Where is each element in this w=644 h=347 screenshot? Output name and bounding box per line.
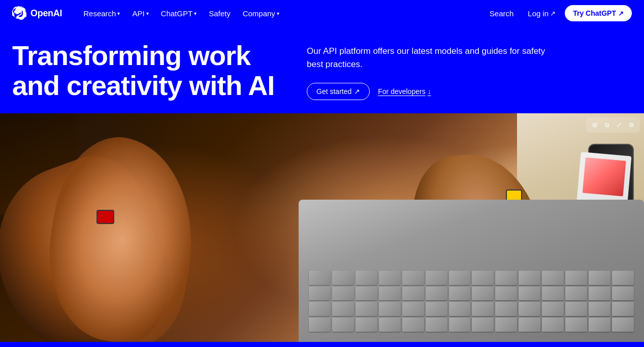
key <box>449 271 471 285</box>
key <box>379 318 401 332</box>
try-chatgpt-button[interactable]: Try ChatGPT ↗ <box>565 5 632 21</box>
key <box>589 287 610 301</box>
key <box>589 302 610 316</box>
search-button[interactable]: Search <box>485 6 519 21</box>
key <box>472 302 494 316</box>
key <box>519 287 540 301</box>
key <box>426 302 447 316</box>
key <box>542 271 564 285</box>
key <box>379 287 401 301</box>
key <box>356 271 377 285</box>
chevron-down-icon: ▾ <box>146 11 149 16</box>
red-watch <box>96 210 114 224</box>
key <box>309 271 331 285</box>
key <box>519 271 540 285</box>
logo[interactable]: OpenAI <box>12 6 62 20</box>
key <box>379 302 401 316</box>
key <box>356 318 377 332</box>
nav-company[interactable]: Company ▾ <box>238 6 284 21</box>
key <box>612 271 634 285</box>
hero-buttons: Get started ↗ For developers ↓ <box>307 83 632 100</box>
hero-title: Transforming work and creativity with AI <box>12 41 286 101</box>
nav-links: Research ▾ API ▾ ChatGPT ▾ Safety Compan… <box>78 6 485 21</box>
key <box>449 287 471 301</box>
arrow-icon: ↗ <box>550 10 556 17</box>
key <box>472 271 494 285</box>
brand-name: OpenAI <box>30 8 62 19</box>
toolbar-copy-button[interactable]: ⧉ <box>601 119 613 131</box>
image-toolbar: ⊞ ⧉ ⤢ ⚙ <box>586 117 640 133</box>
key <box>309 302 331 316</box>
key <box>356 302 377 316</box>
nav-safety[interactable]: Safety <box>204 6 236 21</box>
chevron-down-icon: ▾ <box>277 11 279 16</box>
key <box>402 287 424 301</box>
key <box>426 318 447 332</box>
key <box>402 271 424 285</box>
nav-research[interactable]: Research ▾ <box>78 6 125 21</box>
magazine-image <box>583 157 626 197</box>
key <box>402 318 424 332</box>
key <box>589 318 610 332</box>
key <box>612 302 634 316</box>
toolbar-expand-button[interactable]: ⤢ <box>614 119 625 131</box>
key <box>589 271 610 285</box>
key <box>519 318 540 332</box>
key <box>309 287 331 301</box>
key <box>356 287 377 301</box>
key <box>495 287 517 301</box>
key <box>542 318 564 332</box>
down-arrow-icon: ↓ <box>428 87 431 96</box>
key <box>565 318 587 332</box>
key <box>449 302 471 316</box>
key <box>472 287 494 301</box>
key <box>402 302 424 316</box>
key <box>495 271 517 285</box>
key <box>495 318 517 332</box>
keyboard <box>309 271 634 332</box>
key <box>472 318 494 332</box>
toolbar-settings-button[interactable]: ⚙ <box>626 119 637 131</box>
chevron-down-icon: ▾ <box>117 11 120 16</box>
openai-logo-icon <box>12 6 26 20</box>
chevron-down-icon: ▾ <box>194 11 197 16</box>
key <box>332 302 354 316</box>
key <box>565 302 587 316</box>
key <box>542 302 564 316</box>
arrow-icon: ↗ <box>618 10 624 17</box>
hero-section: Transforming work and creativity with AI… <box>0 26 644 113</box>
for-developers-button[interactable]: For developers ↓ <box>378 87 431 96</box>
nav-chatgpt[interactable]: ChatGPT ▾ <box>156 6 202 21</box>
key <box>332 287 354 301</box>
photo-background <box>0 113 644 342</box>
get-started-button[interactable]: Get started ↗ <box>307 83 370 100</box>
nav-api[interactable]: API ▾ <box>127 6 153 21</box>
key <box>542 287 564 301</box>
hero-description: Our API platform offers our latest model… <box>307 45 561 71</box>
hero-left: Transforming work and creativity with AI <box>12 41 286 101</box>
hero-image: ⊞ ⧉ ⤢ ⚙ <box>0 113 644 342</box>
key <box>449 318 471 332</box>
key <box>426 271 447 285</box>
key <box>379 271 401 285</box>
hero-right: Our API platform offers our latest model… <box>307 41 632 100</box>
key <box>612 318 634 332</box>
laptop <box>299 200 644 342</box>
key <box>309 318 331 332</box>
nav-right: Search Log in ↗ Try ChatGPT ↗ <box>485 5 632 21</box>
key <box>426 287 447 301</box>
key <box>519 302 540 316</box>
key <box>565 287 587 301</box>
login-button[interactable]: Log in ↗ <box>523 6 561 21</box>
key <box>332 271 354 285</box>
navbar: OpenAI Research ▾ API ▾ ChatGPT ▾ Safety… <box>0 0 644 26</box>
key <box>495 302 517 316</box>
key <box>332 318 354 332</box>
toolbar-grid-button[interactable]: ⊞ <box>589 119 600 131</box>
key <box>565 271 587 285</box>
arrow-icon: ↗ <box>354 87 360 96</box>
key <box>612 287 634 301</box>
